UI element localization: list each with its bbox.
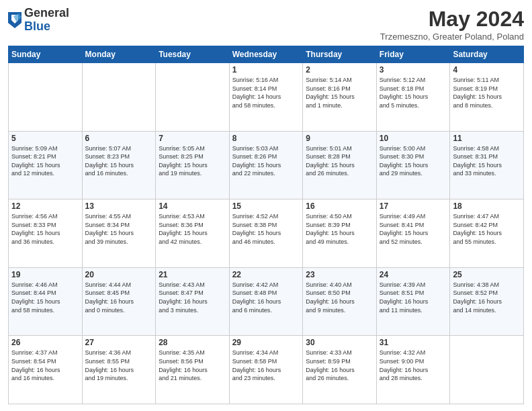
- subtitle: Trzemeszno, Greater Poland, Poland: [380, 32, 524, 42]
- logo-text: General Blue: [24, 7, 69, 34]
- header-tuesday: Tuesday: [156, 46, 230, 63]
- day-number: 18: [453, 201, 521, 211]
- day-info: Sunrise: 4:34 AM Sunset: 8:58 PM Dayligh…: [232, 349, 300, 382]
- day-info: Sunrise: 4:42 AM Sunset: 8:48 PM Dayligh…: [232, 281, 300, 314]
- calendar-cell: 10Sunrise: 5:00 AM Sunset: 8:30 PM Dayli…: [376, 131, 450, 199]
- calendar-week-4: 19Sunrise: 4:46 AM Sunset: 8:44 PM Dayli…: [9, 267, 524, 336]
- day-info: Sunrise: 4:49 AM Sunset: 8:41 PM Dayligh…: [380, 212, 447, 246]
- day-info: Sunrise: 4:55 AM Sunset: 8:34 PM Dayligh…: [85, 212, 153, 246]
- logo-general-text: General: [24, 7, 69, 20]
- calendar-cell: 21Sunrise: 4:43 AM Sunset: 8:47 PM Dayli…: [156, 267, 230, 336]
- day-number: 13: [85, 201, 153, 211]
- calendar-cell: 28Sunrise: 4:35 AM Sunset: 8:56 PM Dayli…: [156, 336, 230, 404]
- day-info: Sunrise: 4:50 AM Sunset: 8:39 PM Dayligh…: [306, 212, 373, 246]
- day-info: Sunrise: 5:16 AM Sunset: 8:14 PM Dayligh…: [232, 76, 300, 109]
- day-info: Sunrise: 4:37 AM Sunset: 8:54 PM Dayligh…: [11, 349, 79, 382]
- calendar-cell: [450, 336, 524, 404]
- day-info: Sunrise: 4:56 AM Sunset: 8:33 PM Dayligh…: [11, 212, 79, 246]
- calendar-cell: 6Sunrise: 5:07 AM Sunset: 8:23 PM Daylig…: [82, 131, 156, 199]
- day-number: 28: [159, 338, 226, 347]
- day-number: 31: [380, 338, 447, 347]
- header-sunday: Sunday: [9, 46, 83, 63]
- day-number: 27: [85, 338, 153, 347]
- day-info: Sunrise: 4:39 AM Sunset: 8:51 PM Dayligh…: [380, 281, 447, 314]
- header-right: May 2024 Trzemeszno, Greater Poland, Pol…: [380, 7, 524, 42]
- day-info: Sunrise: 4:35 AM Sunset: 8:56 PM Dayligh…: [159, 349, 226, 382]
- calendar-cell: 19Sunrise: 4:46 AM Sunset: 8:44 PM Dayli…: [9, 267, 83, 336]
- day-info: Sunrise: 4:43 AM Sunset: 8:47 PM Dayligh…: [159, 281, 226, 314]
- calendar-cell: 26Sunrise: 4:37 AM Sunset: 8:54 PM Dayli…: [9, 336, 83, 404]
- day-number: 21: [159, 270, 226, 279]
- calendar-cell: 29Sunrise: 4:34 AM Sunset: 8:58 PM Dayli…: [229, 336, 303, 404]
- day-info: Sunrise: 4:46 AM Sunset: 8:44 PM Dayligh…: [11, 281, 79, 314]
- day-info: Sunrise: 5:09 AM Sunset: 8:21 PM Dayligh…: [11, 144, 79, 178]
- calendar-cell: 11Sunrise: 4:58 AM Sunset: 8:31 PM Dayli…: [450, 131, 524, 199]
- day-info: Sunrise: 5:00 AM Sunset: 8:30 PM Dayligh…: [380, 144, 447, 178]
- header-saturday: Saturday: [450, 46, 524, 63]
- day-number: 14: [159, 201, 226, 211]
- day-info: Sunrise: 5:12 AM Sunset: 8:18 PM Dayligh…: [380, 76, 447, 109]
- calendar-cell: 13Sunrise: 4:55 AM Sunset: 8:34 PM Dayli…: [82, 199, 156, 268]
- day-info: Sunrise: 4:38 AM Sunset: 8:52 PM Dayligh…: [453, 281, 521, 314]
- calendar-cell: [156, 63, 230, 132]
- day-number: 26: [11, 338, 79, 347]
- calendar-cell: 7Sunrise: 5:05 AM Sunset: 8:25 PM Daylig…: [156, 131, 230, 199]
- calendar-cell: 20Sunrise: 4:44 AM Sunset: 8:45 PM Dayli…: [82, 267, 156, 336]
- day-number: 10: [380, 134, 447, 143]
- day-number: 22: [232, 270, 300, 279]
- calendar-cell: 3Sunrise: 5:12 AM Sunset: 8:18 PM Daylig…: [376, 63, 450, 132]
- day-info: Sunrise: 4:36 AM Sunset: 8:55 PM Dayligh…: [85, 349, 153, 382]
- calendar-week-1: 1Sunrise: 5:16 AM Sunset: 8:14 PM Daylig…: [9, 63, 524, 132]
- logo-icon: [8, 12, 21, 28]
- calendar-cell: [9, 63, 83, 132]
- day-info: Sunrise: 5:01 AM Sunset: 8:28 PM Dayligh…: [306, 144, 373, 178]
- day-info: Sunrise: 5:11 AM Sunset: 8:19 PM Dayligh…: [453, 76, 521, 109]
- day-number: 19: [11, 270, 79, 279]
- day-number: 29: [232, 338, 300, 347]
- calendar-week-2: 5Sunrise: 5:09 AM Sunset: 8:21 PM Daylig…: [9, 131, 524, 199]
- day-info: Sunrise: 4:32 AM Sunset: 9:00 PM Dayligh…: [380, 349, 447, 382]
- day-info: Sunrise: 5:07 AM Sunset: 8:23 PM Dayligh…: [85, 144, 153, 178]
- day-number: 6: [85, 134, 153, 143]
- calendar-cell: 1Sunrise: 5:16 AM Sunset: 8:14 PM Daylig…: [229, 63, 303, 132]
- calendar-table: Sunday Monday Tuesday Wednesday Thursday…: [8, 46, 524, 404]
- day-number: 23: [306, 270, 373, 279]
- calendar-cell: 31Sunrise: 4:32 AM Sunset: 9:00 PM Dayli…: [376, 336, 450, 404]
- calendar-week-3: 12Sunrise: 4:56 AM Sunset: 8:33 PM Dayli…: [9, 199, 524, 268]
- day-info: Sunrise: 4:52 AM Sunset: 8:38 PM Dayligh…: [232, 212, 300, 246]
- calendar-week-5: 26Sunrise: 4:37 AM Sunset: 8:54 PM Dayli…: [9, 336, 524, 404]
- calendar-cell: 2Sunrise: 5:14 AM Sunset: 8:16 PM Daylig…: [303, 63, 377, 132]
- day-info: Sunrise: 5:14 AM Sunset: 8:16 PM Dayligh…: [306, 76, 373, 109]
- day-number: 16: [306, 201, 373, 211]
- calendar-cell: 9Sunrise: 5:01 AM Sunset: 8:28 PM Daylig…: [303, 131, 377, 199]
- day-number: 4: [453, 65, 521, 75]
- day-number: 1: [232, 65, 300, 75]
- day-number: 25: [453, 270, 521, 279]
- day-number: 8: [232, 134, 300, 143]
- calendar-cell: 12Sunrise: 4:56 AM Sunset: 8:33 PM Dayli…: [9, 199, 83, 268]
- day-number: 20: [85, 270, 153, 279]
- calendar-cell: 22Sunrise: 4:42 AM Sunset: 8:48 PM Dayli…: [229, 267, 303, 336]
- header-thursday: Thursday: [303, 46, 377, 63]
- calendar-cell: 17Sunrise: 4:49 AM Sunset: 8:41 PM Dayli…: [376, 199, 450, 268]
- day-number: 7: [159, 134, 226, 143]
- calendar-cell: 15Sunrise: 4:52 AM Sunset: 8:38 PM Dayli…: [229, 199, 303, 268]
- day-number: 3: [380, 65, 447, 75]
- calendar-cell: 8Sunrise: 5:03 AM Sunset: 8:26 PM Daylig…: [229, 131, 303, 199]
- day-number: 5: [11, 134, 79, 143]
- day-info: Sunrise: 4:47 AM Sunset: 8:42 PM Dayligh…: [453, 212, 521, 246]
- calendar-cell: 24Sunrise: 4:39 AM Sunset: 8:51 PM Dayli…: [376, 267, 450, 336]
- month-title: May 2024: [380, 7, 524, 32]
- day-number: 12: [11, 201, 79, 211]
- day-number: 11: [453, 134, 521, 143]
- day-number: 24: [380, 270, 447, 279]
- day-info: Sunrise: 4:44 AM Sunset: 8:45 PM Dayligh…: [85, 281, 153, 314]
- header-monday: Monday: [82, 46, 156, 63]
- day-info: Sunrise: 4:53 AM Sunset: 8:36 PM Dayligh…: [159, 212, 226, 246]
- logo-blue-text: Blue: [24, 20, 69, 34]
- day-info: Sunrise: 4:40 AM Sunset: 8:50 PM Dayligh…: [306, 281, 373, 314]
- logo: General Blue: [8, 7, 69, 34]
- day-number: 15: [232, 201, 300, 211]
- calendar-cell: 5Sunrise: 5:09 AM Sunset: 8:21 PM Daylig…: [9, 131, 83, 199]
- calendar-cell: 25Sunrise: 4:38 AM Sunset: 8:52 PM Dayli…: [450, 267, 524, 336]
